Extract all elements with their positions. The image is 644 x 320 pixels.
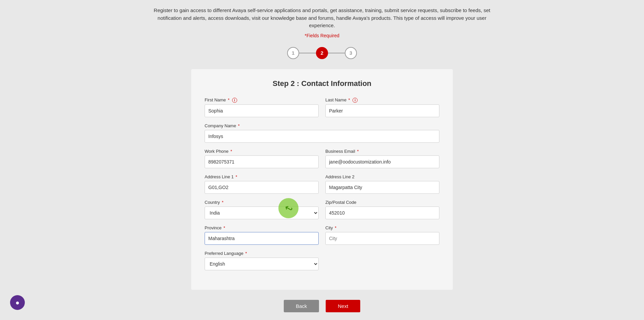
business-email-input[interactable] [325,155,439,168]
zip-label: Zip/Postal Code [325,200,439,205]
address-line2-label: Address Line 2 [325,174,439,179]
company-group: Company Name * [205,123,439,143]
work-phone-required: * [230,149,232,154]
country-label: Country * [205,200,319,205]
address-line1-input[interactable] [205,181,319,194]
step-1[interactable]: 1 [287,47,299,59]
last-name-group: Last Name * i [325,97,439,117]
form-title: Step 2 : Contact Information [205,79,439,88]
step-line-2 [328,53,345,53]
row-province-city: Province * City * [205,225,439,245]
province-group: Province * [205,225,319,245]
work-phone-input[interactable] [205,155,319,168]
address1-required: * [235,174,237,179]
country-group: Country * India United States United Kin… [205,200,319,219]
last-name-required: * [348,97,350,102]
business-email-required: * [357,149,359,154]
last-name-label: Last Name * i [325,97,439,103]
next-button[interactable]: Next [326,300,360,312]
business-email-label: Business Email * [325,149,439,154]
language-group: Preferred Language * English French Span… [205,251,319,270]
language-select[interactable]: English French Spanish German Japanese [205,258,319,270]
first-name-input[interactable] [205,104,319,117]
first-name-info-icon[interactable]: i [232,98,237,103]
chat-widget[interactable]: ● [10,295,25,310]
first-name-required: * [228,97,229,102]
country-required: * [222,200,223,205]
business-email-group: Business Email * [325,149,439,168]
language-required: * [245,251,247,256]
first-name-label: First Name * i [205,97,319,103]
company-required: * [238,123,240,128]
zip-group: Zip/Postal Code [325,200,439,219]
first-name-group: First Name * i [205,97,319,117]
back-button[interactable]: Back [284,300,319,312]
province-label: Province * [205,225,319,230]
button-row: Back Next [284,300,360,312]
address-line1-label: Address Line 1 * [205,174,319,179]
chat-icon: ● [15,299,19,307]
city-required: * [335,225,336,230]
language-label: Preferred Language * [205,251,319,256]
top-description: Register to gain access to different Ava… [138,0,506,33]
province-input[interactable] [205,232,319,245]
row-phone-email: Work Phone * Business Email * [205,149,439,168]
step-line-1 [299,53,316,53]
row-country-zip: Country * India United States United Kin… [205,200,439,219]
work-phone-label: Work Phone * [205,149,319,154]
country-select[interactable]: India United States United Kingdom Austr… [205,207,319,219]
row-language: Preferred Language * English French Span… [205,251,439,270]
city-input[interactable] [325,232,439,245]
step-2[interactable]: 2 [316,47,328,59]
city-group: City * [325,225,439,245]
required-note-text: *Fields Required [305,33,339,38]
company-label: Company Name * [205,123,439,128]
row-address: Address Line 1 * Address Line 2 [205,174,439,194]
address-line2-group: Address Line 2 [325,174,439,194]
work-phone-group: Work Phone * [205,149,319,168]
page-wrapper: Register to gain access to different Ava… [0,0,644,320]
zip-input[interactable] [325,207,439,219]
stepper: 1 2 3 [287,47,357,59]
province-required: * [223,225,225,230]
row-company: Company Name * [205,123,439,143]
spacer [325,251,439,270]
step-3[interactable]: 3 [345,47,357,59]
address-line1-group: Address Line 1 * [205,174,319,194]
last-name-info-icon[interactable]: i [353,98,358,103]
last-name-input[interactable] [325,104,439,117]
required-note: *Fields Required [305,33,339,38]
address-line2-input[interactable] [325,181,439,194]
city-label: City * [325,225,439,230]
row-name: First Name * i Last Name * i [205,97,439,117]
description-text: Register to gain access to different Ava… [154,7,490,28]
form-container: Step 2 : Contact Information First Name … [191,69,453,290]
company-input[interactable] [205,130,439,143]
